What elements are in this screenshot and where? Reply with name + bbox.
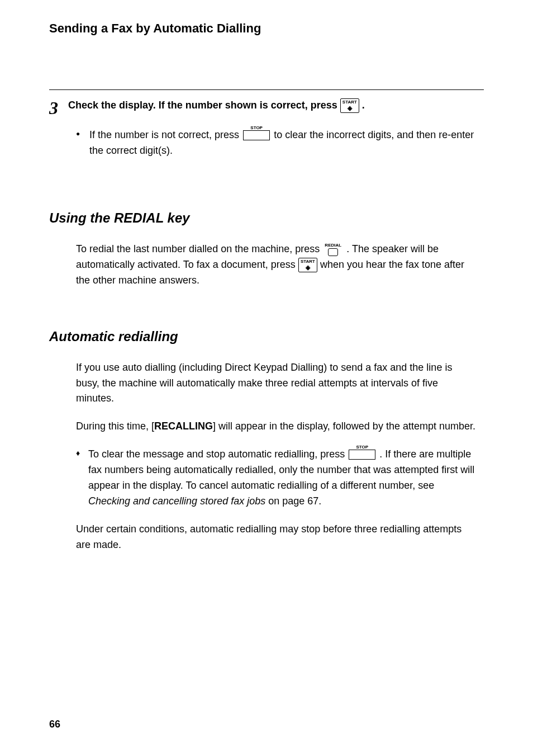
redial-key-icon: REDIAL xyxy=(323,243,342,256)
auto-p1: If you use auto dialling (including Dire… xyxy=(76,360,478,407)
redial-p1-a: To redial the last number dialled on the… xyxy=(76,243,322,254)
auto-bullet-ital: Checking and cancelling stored fax jobs xyxy=(88,495,265,507)
step-bullet-1: If the number is not correct, press to c… xyxy=(89,127,478,159)
auto-bullet-c: on page 67. xyxy=(268,495,321,507)
step-number: 3 xyxy=(49,99,58,117)
step-bullet-a: If the number is not correct, press xyxy=(89,129,242,140)
auto-p3: Under certain conditions, automatic redi… xyxy=(76,522,478,553)
auto-bullet-a: To clear the message and stop automatic … xyxy=(88,448,348,460)
step-bullets: If the number is not correct, press to c… xyxy=(68,127,484,159)
auto-bullets: To clear the message and stop automatic … xyxy=(76,447,478,509)
step-block: 3 Check the display. If the number shown… xyxy=(49,98,484,159)
auto-p2-bold: RECALLING xyxy=(154,420,213,432)
stop-key-icon-2 xyxy=(349,450,375,460)
auto-p2: During this time, [RECALLING] will appea… xyxy=(76,419,478,434)
redial-paragraph: To redial the last number dialled on the… xyxy=(76,242,478,289)
start-key-icon: START◈ xyxy=(340,98,359,113)
page-number: 66 xyxy=(49,719,60,730)
running-head: Sending a Fax by Automatic Dialling xyxy=(49,21,484,36)
auto-p2-b: ] will appear in the display, followed b… xyxy=(213,420,475,432)
auto-p2-a: During this time, [ xyxy=(76,420,154,432)
step-rule-top xyxy=(49,89,484,90)
auto-bullet-1: To clear the message and stop automatic … xyxy=(76,447,478,509)
step-main-a: Check the display. If the number shown i… xyxy=(68,100,340,111)
stop-key-icon xyxy=(243,130,270,140)
start-key-icon-2: START◈ xyxy=(298,258,317,272)
step-main-b: . xyxy=(362,100,365,111)
redial-heading: Using the REDIAL key xyxy=(49,210,484,226)
auto-heading: Automatic redialling xyxy=(49,329,484,344)
step-body: Check the display. If the number shown i… xyxy=(68,98,484,159)
